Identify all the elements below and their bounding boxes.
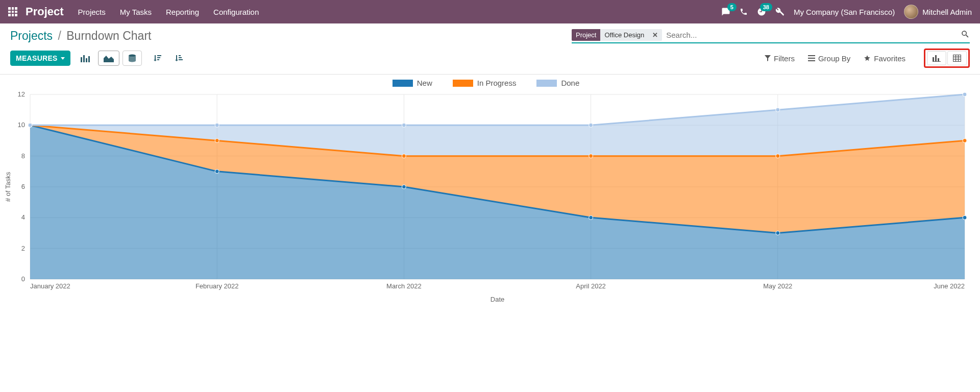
search-bar: Project Office Design ✕ <box>572 29 970 43</box>
svg-point-45 <box>402 185 406 189</box>
svg-rect-3 <box>88 56 90 62</box>
activities-icon[interactable]: 38 <box>757 7 766 16</box>
view-switch-highlight <box>924 48 970 68</box>
menu-configuration[interactable]: Configuration <box>213 8 259 16</box>
debug-icon[interactable] <box>775 7 785 16</box>
messages-icon[interactable]: 5 <box>721 7 730 16</box>
svg-text:May 2022: May 2022 <box>763 282 792 290</box>
chart-area: New In Progress Done 024681012January 20… <box>0 75 980 309</box>
svg-rect-9 <box>935 55 937 62</box>
menu-reporting[interactable]: Reporting <box>166 8 199 16</box>
svg-rect-1 <box>83 55 85 62</box>
groupby-button[interactable]: Group By <box>808 54 850 63</box>
svg-point-46 <box>589 215 593 219</box>
svg-point-50 <box>215 139 219 143</box>
pie-chart-button[interactable] <box>122 51 142 66</box>
svg-point-57 <box>402 123 406 127</box>
svg-rect-5 <box>808 55 815 56</box>
svg-rect-8 <box>933 57 934 62</box>
graph-view-button[interactable] <box>927 51 946 65</box>
svg-point-56 <box>215 123 219 127</box>
user-name: Mitchell Admin <box>922 8 972 16</box>
search-facet-project: Project Office Design ✕ <box>572 29 662 41</box>
user-menu[interactable]: Mitchell Admin <box>904 5 972 19</box>
toolbar: Measures Filters Group By F <box>0 43 980 75</box>
bar-chart-button[interactable] <box>76 51 95 66</box>
groupby-label: Group By <box>818 54 850 63</box>
svg-point-48 <box>963 215 967 219</box>
burndown-chart: 024681012January 2022February 2022March … <box>2 90 970 305</box>
favorites-label: Favorites <box>874 54 905 63</box>
svg-text:February 2022: February 2022 <box>195 282 239 290</box>
svg-text:# of Tasks: # of Tasks <box>4 172 12 202</box>
svg-text:10: 10 <box>18 121 25 129</box>
activities-badge: 38 <box>760 3 772 11</box>
breadcrumb: Projects / Burndown Chart <box>10 29 151 43</box>
facet-remove-icon[interactable]: ✕ <box>648 31 662 39</box>
svg-point-55 <box>28 123 32 127</box>
search-icon[interactable] <box>961 30 970 41</box>
legend-item-done[interactable]: Done <box>536 79 579 87</box>
svg-point-54 <box>963 139 967 143</box>
filters-label: Filters <box>774 54 795 63</box>
avatar <box>904 5 918 19</box>
svg-rect-12 <box>953 55 961 62</box>
svg-text:0: 0 <box>21 275 25 283</box>
search-input[interactable] <box>662 29 961 41</box>
svg-text:April 2022: April 2022 <box>576 282 606 290</box>
svg-point-44 <box>215 169 219 174</box>
caret-down-icon <box>61 57 65 60</box>
pivot-view-button[interactable] <box>947 51 967 65</box>
sort-asc-button[interactable] <box>169 51 188 65</box>
svg-text:4: 4 <box>21 213 25 221</box>
svg-rect-6 <box>808 58 815 59</box>
menu-my-tasks[interactable]: My Tasks <box>120 8 152 16</box>
main-menu: Projects My Tasks Reporting Configuratio… <box>78 8 259 16</box>
svg-text:6: 6 <box>21 183 25 190</box>
menu-projects[interactable]: Projects <box>78 8 106 16</box>
sort-desc-button[interactable] <box>148 51 166 65</box>
svg-point-58 <box>589 123 593 127</box>
svg-text:January 2022: January 2022 <box>30 282 70 290</box>
svg-text:8: 8 <box>21 152 25 160</box>
svg-point-47 <box>776 231 780 235</box>
phone-icon[interactable] <box>740 8 748 16</box>
facet-value: Office Design <box>600 29 648 41</box>
svg-text:2: 2 <box>21 244 25 252</box>
svg-text:June 2022: June 2022 <box>934 282 965 290</box>
chart-legend: New In Progress Done <box>2 79 970 87</box>
measures-button[interactable]: Measures <box>10 51 70 66</box>
control-bar: Projects / Burndown Chart Project Office… <box>0 23 980 43</box>
measures-label: Measures <box>16 54 58 62</box>
filters-button[interactable]: Filters <box>765 54 795 63</box>
svg-point-51 <box>402 154 406 158</box>
breadcrumb-parent[interactable]: Projects <box>10 29 53 42</box>
svg-text:Date: Date <box>491 296 504 303</box>
svg-point-53 <box>776 154 780 158</box>
svg-point-52 <box>589 154 593 158</box>
svg-text:12: 12 <box>18 90 25 98</box>
svg-rect-2 <box>86 58 87 62</box>
svg-text:March 2022: March 2022 <box>386 282 422 290</box>
breadcrumb-current: Burndown Chart <box>66 29 151 42</box>
company-selector[interactable]: My Company (San Francisco) <box>794 8 895 16</box>
facet-label: Project <box>572 29 600 41</box>
legend-item-new[interactable]: New <box>393 79 432 87</box>
svg-point-4 <box>129 55 136 57</box>
svg-rect-11 <box>933 61 941 62</box>
apps-icon[interactable] <box>8 7 17 16</box>
svg-point-59 <box>776 108 780 112</box>
svg-rect-7 <box>808 60 815 61</box>
favorites-button[interactable]: Favorites <box>864 54 905 63</box>
svg-rect-10 <box>938 58 939 62</box>
top-nav: Project Projects My Tasks Reporting Conf… <box>0 0 980 23</box>
area-chart-button[interactable] <box>98 51 119 66</box>
messages-badge: 5 <box>727 3 737 11</box>
svg-rect-0 <box>81 57 82 62</box>
app-brand: Project <box>26 5 64 18</box>
svg-point-60 <box>963 92 967 96</box>
legend-item-in-progress[interactable]: In Progress <box>453 79 517 87</box>
